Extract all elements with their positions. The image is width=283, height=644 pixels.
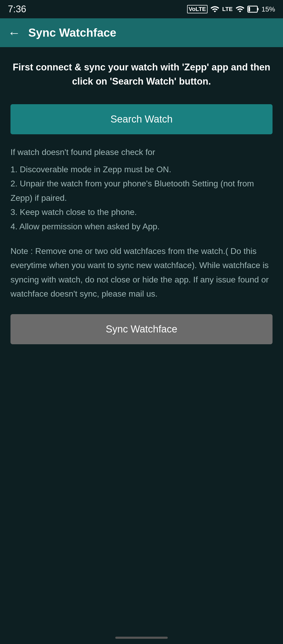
tips-list: 1. Discoverable mode in Zepp must be ON.…	[10, 162, 273, 234]
main-content: First connect & sync your watch with 'Ze…	[0, 47, 283, 355]
wifi-icon	[210, 4, 220, 14]
signal-icon	[235, 4, 245, 14]
battery-percent: 15%	[262, 5, 275, 13]
status-time: 7:36	[8, 4, 26, 15]
svg-rect-1	[257, 8, 258, 10]
sync-watchface-button[interactable]: Sync Watchface	[10, 314, 273, 344]
tips-section: If watch doesn't found please check for …	[10, 147, 273, 234]
tip-4: 4. Allow permission when asked by App.	[10, 219, 273, 234]
app-bar-title: Sync Watchface	[28, 26, 116, 39]
battery-icon	[247, 4, 259, 14]
back-button[interactable]: ←	[8, 26, 20, 40]
status-bar: 7:36 VoLTE LTE 15%	[0, 0, 283, 18]
tip-3: 3. Keep watch close to the phone.	[10, 205, 273, 219]
tips-intro: If watch doesn't found please check for	[10, 147, 273, 157]
bottom-nav-indicator	[115, 637, 168, 639]
volte-icon: VoLTE	[187, 5, 208, 13]
tip-2: 2. Unpair the watch from your phone's Bl…	[10, 176, 273, 205]
svg-rect-2	[248, 7, 250, 12]
app-bar: ← Sync Watchface	[0, 18, 283, 47]
lte-icon: LTE	[222, 6, 233, 13]
instruction-text: First connect & sync your watch with 'Ze…	[10, 60, 273, 88]
tip-1: 1. Discoverable mode in Zepp must be ON.	[10, 162, 273, 176]
status-icons: VoLTE LTE 15%	[187, 4, 275, 14]
note-text: Note : Remove one or two old watchfaces …	[10, 244, 273, 301]
search-watch-button[interactable]: Search Watch	[10, 104, 273, 134]
